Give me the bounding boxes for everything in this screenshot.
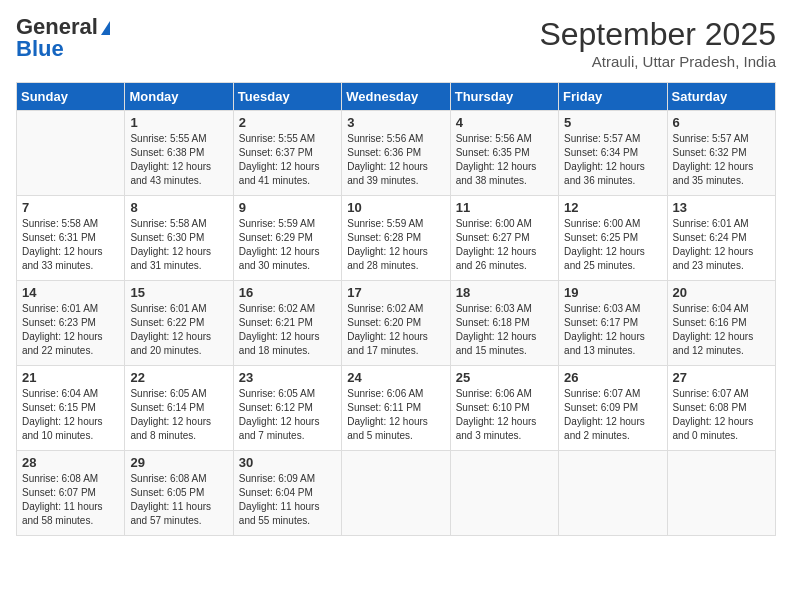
- day-number: 6: [673, 115, 770, 130]
- day-cell: 20Sunrise: 6:04 AM Sunset: 6:16 PM Dayli…: [667, 281, 775, 366]
- day-cell: 3Sunrise: 5:56 AM Sunset: 6:36 PM Daylig…: [342, 111, 450, 196]
- day-info: Sunrise: 6:06 AM Sunset: 6:10 PM Dayligh…: [456, 387, 553, 443]
- day-info: Sunrise: 5:55 AM Sunset: 6:38 PM Dayligh…: [130, 132, 227, 188]
- day-info: Sunrise: 6:01 AM Sunset: 6:24 PM Dayligh…: [673, 217, 770, 273]
- day-cell: 25Sunrise: 6:06 AM Sunset: 6:10 PM Dayli…: [450, 366, 558, 451]
- day-cell: 26Sunrise: 6:07 AM Sunset: 6:09 PM Dayli…: [559, 366, 667, 451]
- day-number: 16: [239, 285, 336, 300]
- day-cell: 19Sunrise: 6:03 AM Sunset: 6:17 PM Dayli…: [559, 281, 667, 366]
- day-number: 14: [22, 285, 119, 300]
- col-header-saturday: Saturday: [667, 83, 775, 111]
- week-row-3: 14Sunrise: 6:01 AM Sunset: 6:23 PM Dayli…: [17, 281, 776, 366]
- logo: General Blue: [16, 16, 110, 60]
- day-number: 25: [456, 370, 553, 385]
- day-number: 22: [130, 370, 227, 385]
- col-header-friday: Friday: [559, 83, 667, 111]
- day-number: 3: [347, 115, 444, 130]
- day-number: 15: [130, 285, 227, 300]
- day-cell: 21Sunrise: 6:04 AM Sunset: 6:15 PM Dayli…: [17, 366, 125, 451]
- day-info: Sunrise: 6:09 AM Sunset: 6:04 PM Dayligh…: [239, 472, 336, 528]
- day-number: 1: [130, 115, 227, 130]
- day-number: 12: [564, 200, 661, 215]
- day-info: Sunrise: 5:56 AM Sunset: 6:36 PM Dayligh…: [347, 132, 444, 188]
- day-cell: 28Sunrise: 6:08 AM Sunset: 6:07 PM Dayli…: [17, 451, 125, 536]
- day-cell: 9Sunrise: 5:59 AM Sunset: 6:29 PM Daylig…: [233, 196, 341, 281]
- day-cell: [667, 451, 775, 536]
- day-number: 20: [673, 285, 770, 300]
- day-info: Sunrise: 5:57 AM Sunset: 6:32 PM Dayligh…: [673, 132, 770, 188]
- day-info: Sunrise: 5:55 AM Sunset: 6:37 PM Dayligh…: [239, 132, 336, 188]
- day-number: 5: [564, 115, 661, 130]
- day-info: Sunrise: 6:04 AM Sunset: 6:16 PM Dayligh…: [673, 302, 770, 358]
- day-cell: 5Sunrise: 5:57 AM Sunset: 6:34 PM Daylig…: [559, 111, 667, 196]
- day-cell: 12Sunrise: 6:00 AM Sunset: 6:25 PM Dayli…: [559, 196, 667, 281]
- day-cell: [17, 111, 125, 196]
- day-info: Sunrise: 5:58 AM Sunset: 6:31 PM Dayligh…: [22, 217, 119, 273]
- day-number: 10: [347, 200, 444, 215]
- logo-text: General Blue: [16, 16, 110, 60]
- week-row-5: 28Sunrise: 6:08 AM Sunset: 6:07 PM Dayli…: [17, 451, 776, 536]
- week-row-2: 7Sunrise: 5:58 AM Sunset: 6:31 PM Daylig…: [17, 196, 776, 281]
- day-number: 21: [22, 370, 119, 385]
- col-header-wednesday: Wednesday: [342, 83, 450, 111]
- day-cell: 7Sunrise: 5:58 AM Sunset: 6:31 PM Daylig…: [17, 196, 125, 281]
- header-row: SundayMondayTuesdayWednesdayThursdayFrid…: [17, 83, 776, 111]
- day-number: 13: [673, 200, 770, 215]
- day-info: Sunrise: 6:07 AM Sunset: 6:08 PM Dayligh…: [673, 387, 770, 443]
- day-number: 8: [130, 200, 227, 215]
- week-row-1: 1Sunrise: 5:55 AM Sunset: 6:38 PM Daylig…: [17, 111, 776, 196]
- day-info: Sunrise: 6:00 AM Sunset: 6:25 PM Dayligh…: [564, 217, 661, 273]
- day-cell: 6Sunrise: 5:57 AM Sunset: 6:32 PM Daylig…: [667, 111, 775, 196]
- logo-blue: Blue: [16, 38, 110, 60]
- day-number: 27: [673, 370, 770, 385]
- col-header-tuesday: Tuesday: [233, 83, 341, 111]
- day-cell: 29Sunrise: 6:08 AM Sunset: 6:05 PM Dayli…: [125, 451, 233, 536]
- col-header-sunday: Sunday: [17, 83, 125, 111]
- day-info: Sunrise: 6:01 AM Sunset: 6:23 PM Dayligh…: [22, 302, 119, 358]
- day-number: 9: [239, 200, 336, 215]
- day-cell: 27Sunrise: 6:07 AM Sunset: 6:08 PM Dayli…: [667, 366, 775, 451]
- day-info: Sunrise: 5:56 AM Sunset: 6:35 PM Dayligh…: [456, 132, 553, 188]
- day-cell: 23Sunrise: 6:05 AM Sunset: 6:12 PM Dayli…: [233, 366, 341, 451]
- day-info: Sunrise: 6:01 AM Sunset: 6:22 PM Dayligh…: [130, 302, 227, 358]
- day-info: Sunrise: 6:02 AM Sunset: 6:20 PM Dayligh…: [347, 302, 444, 358]
- day-cell: 17Sunrise: 6:02 AM Sunset: 6:20 PM Dayli…: [342, 281, 450, 366]
- day-cell: [559, 451, 667, 536]
- day-number: 2: [239, 115, 336, 130]
- day-info: Sunrise: 5:58 AM Sunset: 6:30 PM Dayligh…: [130, 217, 227, 273]
- day-cell: [450, 451, 558, 536]
- logo-general: General: [16, 16, 110, 38]
- day-info: Sunrise: 6:03 AM Sunset: 6:18 PM Dayligh…: [456, 302, 553, 358]
- day-cell: 16Sunrise: 6:02 AM Sunset: 6:21 PM Dayli…: [233, 281, 341, 366]
- day-number: 28: [22, 455, 119, 470]
- day-cell: 24Sunrise: 6:06 AM Sunset: 6:11 PM Dayli…: [342, 366, 450, 451]
- day-info: Sunrise: 6:05 AM Sunset: 6:12 PM Dayligh…: [239, 387, 336, 443]
- day-number: 26: [564, 370, 661, 385]
- day-info: Sunrise: 6:07 AM Sunset: 6:09 PM Dayligh…: [564, 387, 661, 443]
- day-info: Sunrise: 5:59 AM Sunset: 6:28 PM Dayligh…: [347, 217, 444, 273]
- day-number: 24: [347, 370, 444, 385]
- col-header-thursday: Thursday: [450, 83, 558, 111]
- day-cell: 11Sunrise: 6:00 AM Sunset: 6:27 PM Dayli…: [450, 196, 558, 281]
- day-info: Sunrise: 6:05 AM Sunset: 6:14 PM Dayligh…: [130, 387, 227, 443]
- day-info: Sunrise: 6:02 AM Sunset: 6:21 PM Dayligh…: [239, 302, 336, 358]
- day-info: Sunrise: 6:03 AM Sunset: 6:17 PM Dayligh…: [564, 302, 661, 358]
- month-year-title: September 2025: [539, 16, 776, 53]
- day-info: Sunrise: 6:06 AM Sunset: 6:11 PM Dayligh…: [347, 387, 444, 443]
- day-number: 19: [564, 285, 661, 300]
- day-number: 18: [456, 285, 553, 300]
- day-cell: 1Sunrise: 5:55 AM Sunset: 6:38 PM Daylig…: [125, 111, 233, 196]
- day-number: 23: [239, 370, 336, 385]
- day-info: Sunrise: 6:08 AM Sunset: 6:05 PM Dayligh…: [130, 472, 227, 528]
- day-info: Sunrise: 5:59 AM Sunset: 6:29 PM Dayligh…: [239, 217, 336, 273]
- day-number: 30: [239, 455, 336, 470]
- day-cell: 30Sunrise: 6:09 AM Sunset: 6:04 PM Dayli…: [233, 451, 341, 536]
- day-cell: 2Sunrise: 5:55 AM Sunset: 6:37 PM Daylig…: [233, 111, 341, 196]
- day-info: Sunrise: 6:00 AM Sunset: 6:27 PM Dayligh…: [456, 217, 553, 273]
- day-number: 11: [456, 200, 553, 215]
- day-info: Sunrise: 5:57 AM Sunset: 6:34 PM Dayligh…: [564, 132, 661, 188]
- title-block: September 2025 Atrauli, Uttar Pradesh, I…: [539, 16, 776, 70]
- location-title: Atrauli, Uttar Pradesh, India: [539, 53, 776, 70]
- day-info: Sunrise: 6:08 AM Sunset: 6:07 PM Dayligh…: [22, 472, 119, 528]
- col-header-monday: Monday: [125, 83, 233, 111]
